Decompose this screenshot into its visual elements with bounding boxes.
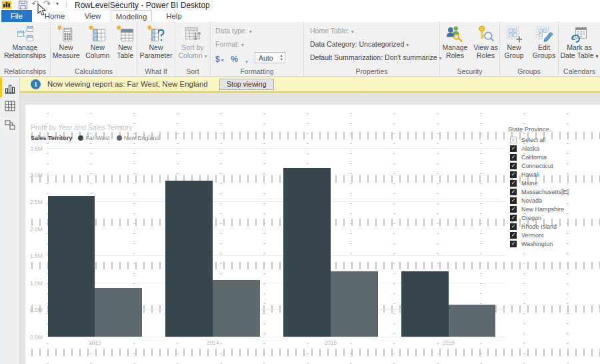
bar-new-england-2013[interactable] — [95, 288, 142, 337]
profit-bar-chart-visual[interactable]: Profit by Year and Sales Territory Sales… — [31, 121, 508, 351]
slicer-item-label: Vermont — [521, 232, 544, 239]
group-name: Sort — [175, 67, 210, 75]
default-summarization-dropdown[interactable]: Default Summarization: Don't summarize ▾ — [310, 53, 441, 61]
manage-roles-button[interactable]: Manage Roles — [440, 25, 470, 60]
powerbi-desktop-window: | ↶ ↷ ▾ | RowLevelSecurity - Power BI De… — [0, 0, 600, 364]
slicer-checkbox-checked[interactable]: ✓ — [510, 145, 517, 152]
bar-new-england-2016[interactable] — [449, 305, 496, 337]
slicer-item-row[interactable]: ✓Nevada — [508, 196, 597, 205]
slicer-item-row[interactable]: ✓Connecticut — [508, 161, 597, 170]
new-group-icon — [505, 25, 523, 43]
currency-format-button[interactable]: $ — [215, 55, 220, 64]
x-axis-label: 2014 — [154, 339, 272, 346]
tab-help[interactable]: Help — [159, 10, 189, 22]
report-canvas[interactable]: Profit by Year and Sales Territory Sales… — [25, 105, 600, 364]
slicer-item-row[interactable]: ✓California — [508, 153, 597, 161]
slicer-checkbox-checked[interactable]: ✓ — [510, 154, 517, 161]
group-name: Calculations — [51, 67, 137, 75]
slicer-checkbox-checked[interactable]: ✓ — [510, 197, 517, 204]
slicer-checkbox-checked[interactable]: ✓ — [510, 189, 517, 195]
ribbon-group-groups: New Group Edit Groups Groups — [500, 22, 559, 76]
format-dropdown[interactable]: Format: ▾ — [215, 40, 244, 48]
legend-item[interactable]: New England — [117, 135, 160, 141]
slicer-item-row[interactable]: ✓Rhode Island — [508, 222, 597, 231]
percent-format-button[interactable]: % — [231, 55, 238, 64]
slicer-checkbox-checked[interactable]: ✓ — [510, 163, 517, 169]
home-table-dropdown[interactable]: Home Table: ▾ — [310, 27, 354, 35]
dropdown-icon: ▾ — [205, 53, 207, 59]
window-title: RowLevelSecurity - Power BI Desktop — [75, 1, 210, 10]
report-view-icon[interactable] — [5, 83, 15, 94]
slicer-item-label: Maine — [521, 180, 538, 187]
tab-view[interactable]: View — [77, 10, 108, 22]
slicer-item-row[interactable]: ✓Maine — [508, 179, 597, 187]
gridline — [47, 148, 505, 149]
new-parameter-icon — [147, 25, 165, 43]
slicer-item-row[interactable]: ✓Oregon — [508, 213, 597, 222]
gridline — [47, 201, 505, 202]
edit-groups-button[interactable]: Edit Groups — [530, 25, 558, 60]
bar-far-west-2013[interactable] — [48, 196, 95, 337]
dropdown-icon: ▾ — [595, 53, 598, 59]
button-label: Mark as Date Table ▾ — [559, 44, 599, 60]
new-group-button[interactable]: New Group — [500, 25, 528, 60]
qat-customize-button[interactable]: ▾ — [56, 1, 59, 7]
tab-file[interactable]: File — [1, 10, 32, 22]
bar-new-england-2014[interactable] — [213, 280, 260, 337]
data-view-icon[interactable] — [5, 101, 15, 111]
slicer-checkbox-checked[interactable]: ✓ — [510, 232, 517, 239]
manage-relationships-button[interactable]: Manage Relationships — [0, 25, 50, 60]
new-column-button[interactable]: New Column — [83, 25, 111, 60]
new-table-icon — [116, 25, 135, 43]
new-parameter-button[interactable]: New Parameter — [137, 25, 175, 60]
slicer-item-row[interactable]: ✓Alaska — [508, 144, 597, 153]
slicer-checkbox-checked[interactable]: ✓ — [510, 241, 517, 247]
slicer-item-row[interactable]: ✓Vermont — [508, 231, 597, 239]
comma-format-button[interactable]: , — [245, 55, 247, 64]
legend-dot-icon — [78, 135, 83, 141]
decimal-auto-spinner[interactable]: Auto ▲ ▼ — [255, 52, 285, 63]
edit-groups-icon — [535, 25, 553, 43]
slicer-checkbox-checked[interactable]: ✓ — [510, 206, 517, 213]
tab-modeling[interactable]: Modeling — [111, 10, 152, 22]
spinner-down-icon[interactable]: ▼ — [280, 58, 283, 62]
group-name: Relationships — [0, 67, 50, 75]
legend-item[interactable]: Far West — [78, 135, 109, 141]
state-province-slicer[interactable]: State Province. Select all ✓Alaska✓Calif… — [508, 125, 597, 248]
new-measure-button[interactable]: New Measure — [51, 25, 81, 60]
slicer-item-row[interactable]: ✓New Hampshire — [508, 205, 597, 213]
bar-far-west-2016[interactable] — [401, 271, 449, 337]
bar-far-west-2015[interactable] — [283, 168, 331, 337]
powerbi-logo-icon — [2, 1, 11, 9]
bar-far-west-2014[interactable] — [165, 181, 213, 337]
stop-viewing-button[interactable]: Stop viewing — [219, 79, 274, 90]
view-as-roles-button[interactable]: View as Roles — [472, 25, 499, 60]
group-name: Security — [440, 67, 499, 75]
slicer-item-row[interactable]: ✓Washington — [508, 239, 597, 248]
ribbon-group-calculations: New Measure New Column — [51, 22, 137, 76]
slicer-item-row[interactable]: ✓Massachusetts[E] — [508, 187, 597, 196]
slicer-item-label: New Hampshire — [521, 206, 564, 213]
new-table-button[interactable]: New Table — [113, 25, 137, 60]
bar-new-england-2015[interactable] — [331, 271, 378, 337]
slicer-item-label: Connecticut — [521, 163, 553, 169]
slicer-item-row[interactable]: ✓Hawaii — [508, 170, 597, 179]
gridline — [47, 175, 505, 175]
data-type-dropdown[interactable]: Data type: ▾ — [215, 27, 252, 35]
select-all-checkbox[interactable] — [510, 137, 517, 143]
slicer-checkbox-checked[interactable]: ✓ — [510, 171, 517, 178]
legend-title: Sales Territory — [31, 135, 72, 141]
save-button[interactable] — [19, 1, 27, 9]
mark-as-date-table-button[interactable]: Mark as Date Table ▾ — [559, 25, 599, 60]
relationships-icon — [16, 25, 35, 43]
model-view-icon[interactable] — [5, 119, 15, 130]
slicer-checkbox-checked[interactable]: ✓ — [510, 215, 517, 221]
data-category-dropdown[interactable]: Data Category: Uncategorized ▾ — [310, 40, 409, 48]
button-label: Manage Relationships — [0, 44, 50, 60]
sort-by-column-button[interactable]: Sort by Column ▾ — [175, 25, 210, 60]
slicer-checkbox-checked[interactable]: ✓ — [510, 180, 517, 187]
slicer-item-label: Select all — [521, 137, 546, 143]
slicer-title: State Province. — [508, 125, 597, 133]
slicer-checkbox-checked[interactable]: ✓ — [510, 223, 517, 230]
slicer-select-all-row[interactable]: Select all — [508, 135, 597, 144]
